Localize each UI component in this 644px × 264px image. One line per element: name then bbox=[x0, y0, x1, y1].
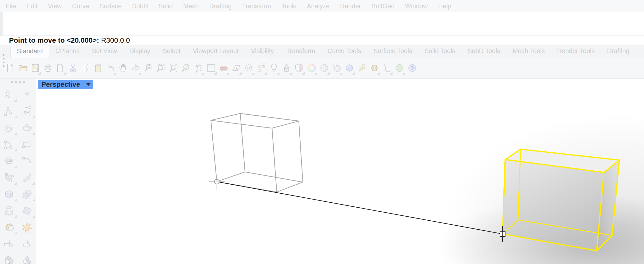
main-tool-sidebar bbox=[0, 79, 36, 264]
spotlight-icon[interactable] bbox=[356, 60, 368, 76]
arc-icon[interactable] bbox=[0, 136, 18, 152]
toolbar-tab[interactable]: Transform bbox=[280, 44, 321, 58]
cplane-origin-icon[interactable] bbox=[244, 60, 254, 76]
explode-icon[interactable] bbox=[18, 219, 36, 236]
render-preview-icon[interactable] bbox=[331, 60, 342, 76]
select-objects-icon[interactable] bbox=[256, 60, 267, 76]
interpolate-curve-icon[interactable] bbox=[18, 103, 36, 120]
wireframe-box-preview[interactable] bbox=[211, 114, 303, 192]
viewport-layout-icon[interactable] bbox=[206, 60, 217, 76]
toolbar-tab[interactable]: Display bbox=[123, 44, 157, 58]
export-file-icon[interactable] bbox=[55, 60, 66, 76]
toolbar-tab[interactable]: SubD Tools bbox=[462, 44, 506, 58]
plugin-tools-icon[interactable] bbox=[0, 219, 18, 236]
toolbar-tab[interactable]: Mesh Tools bbox=[506, 44, 551, 58]
sidebar-grip-dots[interactable] bbox=[0, 79, 36, 83]
command-prompt-label: Point to move to <20.000> bbox=[9, 36, 97, 44]
menu-item[interactable]: File bbox=[6, 2, 16, 10]
toolbar-tab[interactable]: Visibility bbox=[244, 44, 280, 58]
viewport-title[interactable]: Perspective bbox=[38, 80, 84, 88]
menu-item[interactable]: Window bbox=[405, 2, 428, 10]
menu-item[interactable]: Drafting bbox=[209, 2, 232, 10]
dimension-icon[interactable] bbox=[382, 60, 392, 76]
box-icon[interactable] bbox=[0, 186, 18, 202]
grasshopper-icon[interactable] bbox=[394, 60, 405, 76]
menu-item[interactable]: Edit bbox=[26, 2, 38, 10]
color-picker-icon[interactable] bbox=[306, 60, 317, 76]
menu-item[interactable]: Transform bbox=[242, 2, 271, 10]
boolean-union-icon[interactable] bbox=[0, 252, 18, 264]
surface-grid-icon[interactable] bbox=[18, 202, 36, 219]
zoom-extents-icon[interactable] bbox=[168, 60, 179, 76]
command-prompt-input[interactable]: R300,0,0 bbox=[101, 36, 130, 44]
menu-item[interactable]: SubD bbox=[132, 2, 148, 10]
toolbar-tab[interactable]: Standard bbox=[10, 44, 49, 58]
toolbar-tab[interactable]: Drafting bbox=[601, 44, 636, 58]
save-file-icon[interactable] bbox=[30, 60, 41, 76]
cut-icon[interactable] bbox=[68, 60, 78, 76]
lock-objects-icon[interactable] bbox=[281, 60, 292, 76]
menu-item[interactable]: BoltGen bbox=[372, 2, 395, 10]
set-cplane-icon[interactable] bbox=[231, 60, 242, 76]
control-point-curve-icon[interactable] bbox=[0, 103, 18, 120]
undo-view-change-icon[interactable] bbox=[193, 60, 204, 76]
viewport-canvas[interactable] bbox=[36, 79, 644, 264]
toolbar-tab[interactable]: Viewport Layout bbox=[186, 44, 244, 58]
ellipse-icon[interactable] bbox=[18, 120, 36, 136]
toolbar-tab[interactable]: CPlanes bbox=[49, 44, 86, 58]
menu-item[interactable]: Tools bbox=[281, 2, 296, 10]
paste-icon[interactable] bbox=[93, 60, 104, 76]
menu-item[interactable]: Analyze bbox=[307, 2, 330, 10]
fillet-edge-icon[interactable] bbox=[0, 236, 18, 252]
menu-item[interactable]: Help bbox=[438, 2, 452, 10]
toolbar-tab[interactable]: Curve Tools bbox=[321, 44, 367, 58]
rectangle-icon[interactable] bbox=[18, 136, 36, 152]
command-prompt[interactable]: Point to move to <20.000>: R300,0,0 bbox=[0, 36, 644, 44]
toolbar-grip-dots[interactable] bbox=[3, 54, 4, 67]
undo-icon[interactable] bbox=[105, 60, 116, 76]
cylinder-icon[interactable] bbox=[0, 202, 18, 219]
show-objects-icon[interactable] bbox=[268, 60, 280, 76]
viewport-title-tab[interactable]: Perspective bbox=[38, 80, 93, 89]
pan-view-icon[interactable] bbox=[118, 60, 129, 76]
menu-item[interactable]: Curve bbox=[72, 2, 89, 10]
chevron-down-icon[interactable] bbox=[84, 83, 93, 86]
sphere-icon[interactable] bbox=[18, 186, 36, 202]
blend-curve-icon[interactable] bbox=[18, 152, 36, 169]
toolbar-tab[interactable]: Surface Tools bbox=[368, 44, 418, 58]
print-icon[interactable] bbox=[42, 60, 53, 76]
menu-item[interactable]: Surface bbox=[100, 2, 122, 10]
menu-item[interactable]: Render bbox=[340, 2, 361, 10]
polygon-icon[interactable] bbox=[0, 152, 18, 169]
menu-item[interactable]: Mesh bbox=[183, 2, 199, 10]
select-icon[interactable] bbox=[0, 86, 18, 103]
toolbar-tab[interactable]: Set View bbox=[86, 44, 123, 58]
menu-item[interactable]: Solid bbox=[158, 2, 173, 10]
render-icon[interactable] bbox=[319, 60, 330, 76]
zoom-window-icon[interactable] bbox=[156, 60, 166, 76]
boolean-difference-icon[interactable] bbox=[18, 252, 36, 264]
options-gear-icon[interactable] bbox=[369, 60, 380, 76]
rotate-view-icon[interactable] bbox=[130, 60, 141, 76]
new-file-icon[interactable] bbox=[5, 60, 16, 76]
zoom-selected-icon[interactable] bbox=[180, 60, 192, 76]
point-icon[interactable] bbox=[18, 86, 36, 103]
patch-surface-icon[interactable] bbox=[18, 169, 36, 186]
zoom-dynamic-icon[interactable] bbox=[143, 60, 154, 76]
display-mode-icon[interactable] bbox=[294, 60, 304, 76]
chamfer-edge-icon[interactable] bbox=[18, 236, 36, 252]
open-file-icon[interactable] bbox=[17, 60, 28, 76]
material-editor-icon[interactable] bbox=[344, 60, 355, 76]
toolbar-tab[interactable]: Render Tools bbox=[551, 44, 601, 58]
copy-icon[interactable] bbox=[80, 60, 91, 76]
menu-item[interactable]: View bbox=[48, 2, 62, 10]
selected-box[interactable] bbox=[502, 149, 619, 251]
named-view-icon[interactable] bbox=[218, 60, 229, 76]
toolbar-tab[interactable]: Solid Tools bbox=[418, 44, 462, 58]
circle-icon[interactable] bbox=[0, 120, 18, 136]
toolbar-tab[interactable]: Select bbox=[156, 44, 186, 58]
command-history[interactable]: Point to move to: R20,0,0Command: MovePo… bbox=[3, 12, 644, 36]
surface-from-points-icon[interactable] bbox=[0, 169, 18, 186]
perspective-viewport[interactable]: Perspective bbox=[36, 79, 644, 264]
help-icon[interactable]: ? bbox=[407, 60, 418, 76]
